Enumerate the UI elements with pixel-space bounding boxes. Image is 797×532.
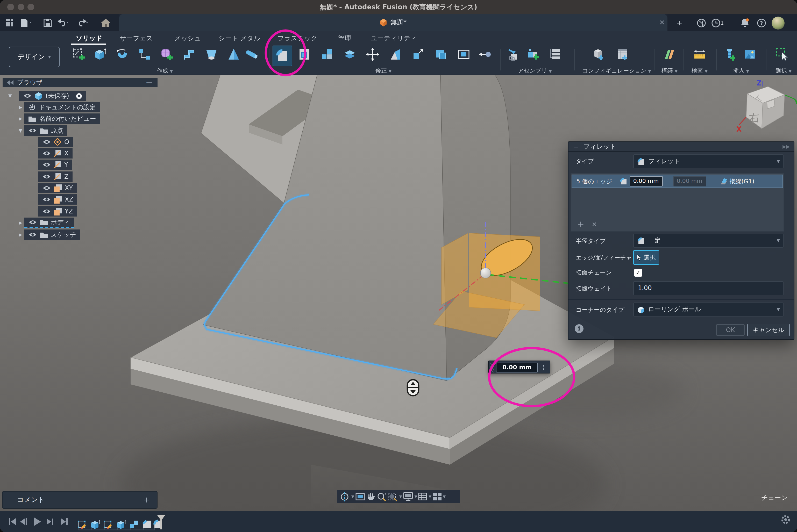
tree-row-plane-yz[interactable]: YZ	[38, 206, 77, 216]
eye-icon[interactable]	[42, 139, 51, 145]
tab-solid[interactable]: ソリッド	[76, 34, 103, 43]
chevron-right-icon[interactable]: ▶	[19, 220, 22, 225]
edge-set-row[interactable]: 5 個のエッジ 0.00 mm 0.00 mm 接線(G1)	[572, 175, 783, 188]
dialog-collapse-icon[interactable]: −	[574, 143, 579, 151]
add-comment-icon[interactable]: +	[143, 495, 150, 505]
zoom-icon[interactable]: ±	[377, 492, 387, 501]
eye-icon[interactable]	[42, 197, 51, 202]
pan-hand-icon[interactable]	[367, 492, 376, 501]
fillet-type-select[interactable]: フィレット ▼	[633, 154, 783, 168]
eye-icon[interactable]	[42, 162, 51, 167]
tree-row-named-views[interactable]: ▶ 名前の付いたビュー	[19, 113, 100, 124]
group-label-inspect[interactable]: 検査 ▼	[691, 67, 708, 75]
eye-icon[interactable]	[23, 93, 32, 98]
orbit-dropdown-icon[interactable]: ▼	[351, 494, 354, 499]
viewports-icon[interactable]	[432, 492, 442, 501]
dialog-expand-icon[interactable]: ▶▶	[782, 144, 790, 149]
create-form-icon[interactable]	[159, 46, 174, 62]
scale-icon[interactable]	[410, 46, 426, 62]
tree-row-document[interactable]: ▼ (未保存)	[8, 91, 86, 101]
activate-component-radio[interactable]	[76, 93, 82, 99]
revolve-icon[interactable]	[114, 46, 130, 62]
chevron-down-icon[interactable]: ▼	[8, 93, 12, 98]
group-label-assemble[interactable]: アセンブリ ▼	[518, 67, 552, 75]
tree-row-plane-xz[interactable]: XZ	[38, 194, 77, 205]
viewport-3d[interactable]: 上 右 Z Y X ブラウザ — ▼ (未保存) ▶ ドキュ	[0, 75, 797, 511]
eye-icon[interactable]	[29, 220, 37, 225]
timeline-playback-controls[interactable]	[8, 517, 70, 526]
chevron-right-icon[interactable]: ▶	[19, 116, 22, 121]
create-sketch-icon[interactable]	[71, 46, 87, 62]
align-icon[interactable]	[477, 46, 492, 62]
job-status-icon[interactable]: 1	[711, 16, 724, 30]
tree-row-origin-point[interactable]: O	[38, 137, 73, 147]
eye-icon[interactable]	[42, 151, 51, 156]
scroll-drag-icon[interactable]	[407, 380, 419, 396]
chevron-right-icon[interactable]: ▶	[19, 104, 22, 110]
draft-icon[interactable]	[388, 46, 403, 62]
fillet-tool-icon[interactable]	[273, 45, 292, 66]
tab-sheetmetal[interactable]: シート メタル	[219, 34, 260, 43]
tree-row-bodies[interactable]: ▶ ボディ	[19, 217, 74, 228]
eye-icon[interactable]	[42, 174, 51, 179]
pattern-icon[interactable]	[319, 46, 335, 62]
bom-icon[interactable]	[547, 46, 563, 62]
comments-panel[interactable]: コメント +	[2, 491, 157, 509]
timeline-position-marker[interactable]	[155, 514, 167, 530]
loft-icon[interactable]	[204, 46, 219, 62]
insert-fastener-icon[interactable]	[722, 46, 738, 62]
group-label-construct[interactable]: 構築 ▼	[662, 67, 678, 75]
home-icon[interactable]	[99, 17, 112, 29]
view-cube[interactable]: 上 右 Z Y X	[736, 79, 797, 139]
corner-type-select[interactable]: ローリング ボール ▼	[633, 303, 783, 317]
eye-icon[interactable]	[42, 186, 51, 191]
tab-utilities[interactable]: ユーティリティ	[371, 34, 417, 43]
joint-icon[interactable]	[525, 46, 541, 62]
drag-handle[interactable]	[490, 363, 494, 373]
radius-type-select[interactable]: 一定 ▼	[633, 234, 783, 248]
measure-icon[interactable]	[692, 46, 707, 62]
undo-icon[interactable]	[57, 17, 70, 29]
pipe-icon[interactable]	[244, 46, 260, 62]
configuration-icon[interactable]	[591, 46, 606, 62]
construct-plane-icon[interactable]	[662, 46, 677, 62]
eye-icon[interactable]	[42, 209, 51, 214]
derive-icon[interactable]	[137, 46, 152, 62]
document-tab[interactable]: 無題*	[119, 14, 667, 31]
configuration-table-icon[interactable]	[615, 46, 630, 62]
add-edge-set-icon[interactable]: +	[577, 219, 584, 229]
cone-icon[interactable]	[226, 46, 241, 62]
tree-row-axis-z[interactable]: Z	[38, 171, 73, 182]
tree-row-doc-settings[interactable]: ▶ ドキュメントの設定	[19, 102, 100, 112]
eye-icon[interactable]	[29, 232, 37, 237]
chevron-down-icon[interactable]: ▼	[19, 128, 22, 133]
info-icon[interactable]: i	[575, 324, 583, 333]
extrude-icon[interactable]	[92, 46, 108, 62]
continuity-value[interactable]: 接線(G1)	[729, 177, 754, 185]
tangent-chain-checkbox[interactable]: ✓	[634, 269, 642, 277]
app-grid-icon[interactable]	[3, 17, 16, 29]
grid-icon[interactable]	[418, 492, 427, 501]
eye-icon[interactable]	[29, 128, 37, 133]
orbit-icon[interactable]	[339, 492, 350, 501]
tree-row-plane-xy[interactable]: XY	[38, 183, 77, 193]
new-component-icon[interactable]	[506, 46, 521, 62]
viewports-dropdown-icon[interactable]: ▼	[443, 494, 446, 499]
offset-face-icon[interactable]	[342, 46, 357, 62]
browser-header[interactable]: ブラウザ —	[3, 78, 157, 87]
press-pull-icon[interactable]	[433, 46, 449, 62]
redo-icon[interactable]	[77, 17, 89, 29]
collapse-panel-icon[interactable]	[7, 80, 14, 85]
group-label-configure[interactable]: コンフィギュレーション ▼	[582, 67, 651, 75]
file-menu-icon[interactable]	[20, 17, 32, 29]
tree-row-axis-x[interactable]: X	[38, 148, 73, 158]
notifications-bell-icon[interactable]	[738, 16, 752, 30]
timeline-settings-gear-icon[interactable]	[780, 514, 791, 525]
fillet-secondary-input[interactable]: 0.00 mm	[673, 176, 706, 187]
manipulator-sphere[interactable]	[480, 268, 491, 278]
user-avatar[interactable]	[771, 16, 784, 30]
group-label-insert[interactable]: 挿入 ▼	[733, 67, 749, 75]
tab-surface[interactable]: サーフェス	[120, 34, 153, 43]
help-icon[interactable]: ?	[755, 16, 768, 30]
display-dropdown-icon[interactable]: ▼	[414, 494, 418, 499]
